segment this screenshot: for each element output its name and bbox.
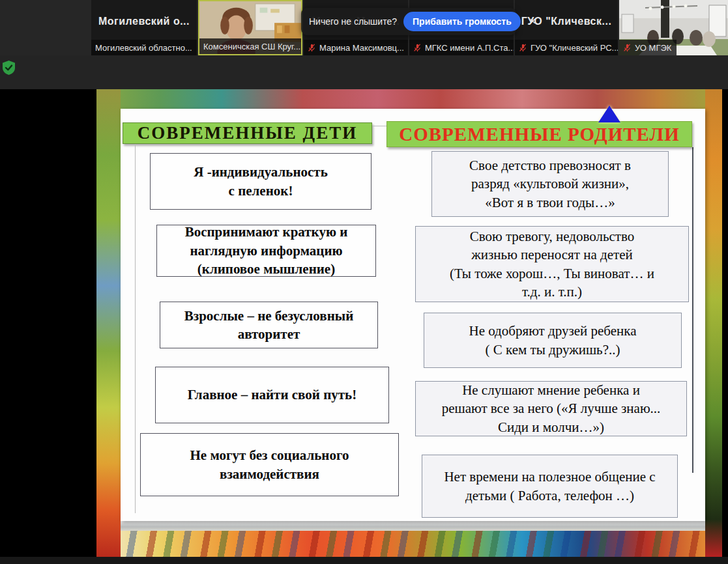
children-item-box: Взрослые – не безусловный авторитет <box>160 302 378 348</box>
slide-page-edge <box>121 521 705 531</box>
participant-label-text: МГКС имени А.П.Ста... <box>425 43 514 53</box>
video-gallery-strip: Могилевский о... Могилевский областно... <box>0 0 728 55</box>
participant-label-text: Могилевский областно... <box>95 43 192 53</box>
parents-item-box: Свою тревогу, недовольство жизнью перено… <box>415 226 689 302</box>
close-icon[interactable]: × <box>530 16 536 27</box>
participant-label-text: ГУО "Кличевский РС... <box>531 43 618 53</box>
security-shield-icon[interactable] <box>3 61 15 75</box>
parents-item-box: Не слушают мнение ребенка и решают все з… <box>415 381 687 436</box>
participant-name-label: ГУО "Кличевский РС... <box>515 40 618 55</box>
status-band <box>0 55 728 89</box>
children-item-box: Воспринимают краткую и наглядную информа… <box>156 225 376 277</box>
header-modern-children: СОВРЕМЕННЫЕ ДЕТИ <box>123 122 372 144</box>
participant-tile[interactable]: ГУО "Кличевск... ГУО "Кличевский РС... <box>515 0 618 55</box>
participant-label-text: Марина Максимовц... <box>319 43 404 53</box>
muted-mic-icon <box>308 44 316 52</box>
participant-name-label: МГКС имени А.П.Ста... <box>409 40 514 55</box>
connector-line <box>135 144 136 513</box>
muted-mic-icon <box>519 44 527 52</box>
participant-tile-active-speaker[interactable]: Комсеничская СШ Круг... <box>198 0 302 55</box>
children-item-box: Я -индивидуальность с пеленок! <box>150 153 371 210</box>
pointer-triangle-icon <box>598 106 620 122</box>
slide-art-border-right <box>705 89 722 557</box>
connector-line <box>372 126 386 126</box>
increase-volume-button[interactable]: Прибавить громкость <box>403 12 521 31</box>
participant-display-name: Могилевский о... <box>91 16 197 27</box>
muted-mic-icon <box>413 44 422 52</box>
children-item-box: Не могут без социального взаимодействия <box>140 433 399 496</box>
children-item-box: Главное – найти свой путь! <box>155 367 389 423</box>
participant-name-label: УО МГЭК <box>619 40 677 55</box>
header-modern-parents: СОВРЕМЕННЫЕ РОДИТЕЛИ <box>386 121 692 147</box>
slide-content-area: СОВРЕМЕННЫЕ ДЕТИ СОВРЕМЕННЫЕ РОДИТЕЛИ Я … <box>121 109 705 521</box>
participant-label-text: УО МГЭК <box>635 43 671 53</box>
participant-tile[interactable]: Могилевский о... Могилевский областно... <box>91 0 197 55</box>
participant-name-label: Могилевский областно... <box>91 40 197 55</box>
slide-art-border-top <box>96 89 722 110</box>
connector-line <box>692 147 693 473</box>
presentation-slide: СОВРЕМЕННЫЕ ДЕТИ СОВРЕМЕННЫЕ РОДИТЕЛИ Я … <box>96 89 722 557</box>
slide-art-border-left <box>96 89 121 557</box>
audio-notification-toast: Ничего не слышите? Прибавить громкость × <box>301 8 516 35</box>
participant-name-label: Комсеничская СШ Круг... <box>199 38 301 54</box>
bottom-bar <box>0 557 728 564</box>
participant-name-label: Марина Максимовц... <box>304 40 408 55</box>
muted-mic-icon <box>623 44 632 52</box>
screen-share-stage: СОВРЕМЕННЫЕ ДЕТИ СОВРЕМЕННЫЕ РОДИТЕЛИ Я … <box>0 89 728 557</box>
participant-tile[interactable]: УО МГЭК <box>619 0 728 55</box>
parents-item-box: Свое детство превозносят в разряд «культ… <box>431 151 669 217</box>
toast-message: Ничего не слышите? <box>309 16 397 27</box>
slide-art-border-bottom <box>96 529 722 557</box>
parents-item-box: Нет времени на полезное общение с детьми… <box>422 455 678 518</box>
participant-label-text: Комсеничская СШ Круг... <box>203 42 300 51</box>
zoom-meeting-screen: Могилевский о... Могилевский областно... <box>0 0 728 564</box>
parents-item-box: Не одобряют друзей ребенка ( С кем ты др… <box>424 313 682 368</box>
